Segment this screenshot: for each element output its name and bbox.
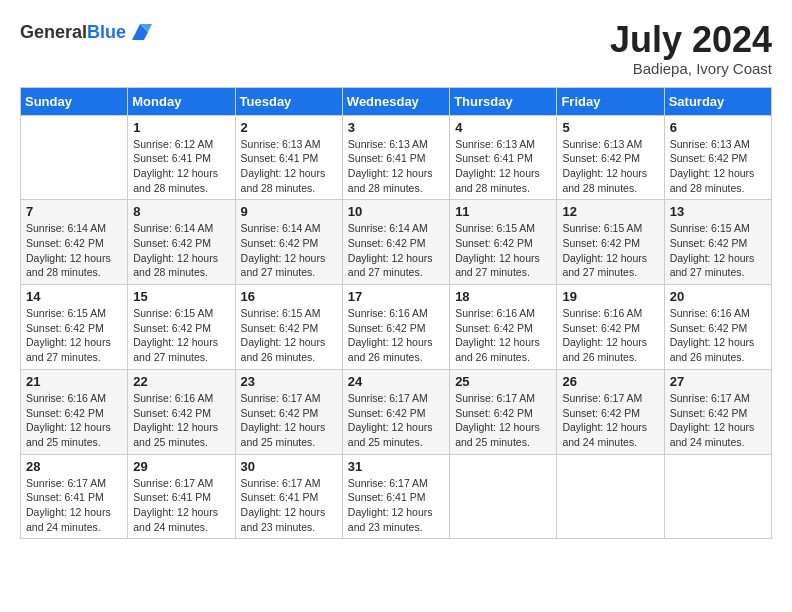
calendar-day-cell: 3Sunrise: 6:13 AMSunset: 6:41 PMDaylight… [342,115,449,200]
day-info: Sunrise: 6:16 AMSunset: 6:42 PMDaylight:… [26,391,122,450]
day-info: Sunrise: 6:13 AMSunset: 6:41 PMDaylight:… [241,137,337,196]
day-info: Sunrise: 6:16 AMSunset: 6:42 PMDaylight:… [455,306,551,365]
calendar-day-cell: 13Sunrise: 6:15 AMSunset: 6:42 PMDayligh… [664,200,771,285]
weekday-header-row: Sunday Monday Tuesday Wednesday Thursday… [21,87,772,115]
calendar-day-cell: 21Sunrise: 6:16 AMSunset: 6:42 PMDayligh… [21,369,128,454]
day-number: 1 [133,120,229,135]
day-info: Sunrise: 6:13 AMSunset: 6:42 PMDaylight:… [670,137,766,196]
calendar-day-cell: 18Sunrise: 6:16 AMSunset: 6:42 PMDayligh… [450,285,557,370]
day-number: 28 [26,459,122,474]
calendar-day-cell: 15Sunrise: 6:15 AMSunset: 6:42 PMDayligh… [128,285,235,370]
day-info: Sunrise: 6:15 AMSunset: 6:42 PMDaylight:… [241,306,337,365]
day-number: 12 [562,204,658,219]
header-monday: Monday [128,87,235,115]
day-number: 20 [670,289,766,304]
calendar-day-cell: 26Sunrise: 6:17 AMSunset: 6:42 PMDayligh… [557,369,664,454]
day-number: 17 [348,289,444,304]
day-number: 5 [562,120,658,135]
day-number: 22 [133,374,229,389]
calendar-day-cell [664,454,771,539]
day-number: 27 [670,374,766,389]
day-number: 13 [670,204,766,219]
day-info: Sunrise: 6:17 AMSunset: 6:41 PMDaylight:… [241,476,337,535]
day-number: 16 [241,289,337,304]
calendar-week-row: 7Sunrise: 6:14 AMSunset: 6:42 PMDaylight… [21,200,772,285]
calendar-day-cell: 24Sunrise: 6:17 AMSunset: 6:42 PMDayligh… [342,369,449,454]
day-number: 29 [133,459,229,474]
day-info: Sunrise: 6:14 AMSunset: 6:42 PMDaylight:… [348,221,444,280]
calendar-day-cell: 31Sunrise: 6:17 AMSunset: 6:41 PMDayligh… [342,454,449,539]
calendar-day-cell: 19Sunrise: 6:16 AMSunset: 6:42 PMDayligh… [557,285,664,370]
day-number: 26 [562,374,658,389]
calendar-day-cell: 2Sunrise: 6:13 AMSunset: 6:41 PMDaylight… [235,115,342,200]
day-info: Sunrise: 6:16 AMSunset: 6:42 PMDaylight:… [670,306,766,365]
calendar-day-cell: 23Sunrise: 6:17 AMSunset: 6:42 PMDayligh… [235,369,342,454]
location-subtitle: Badiepa, Ivory Coast [610,60,772,77]
day-info: Sunrise: 6:15 AMSunset: 6:42 PMDaylight:… [455,221,551,280]
day-info: Sunrise: 6:14 AMSunset: 6:42 PMDaylight:… [241,221,337,280]
header-tuesday: Tuesday [235,87,342,115]
day-info: Sunrise: 6:17 AMSunset: 6:42 PMDaylight:… [455,391,551,450]
calendar-day-cell: 7Sunrise: 6:14 AMSunset: 6:42 PMDaylight… [21,200,128,285]
calendar-day-cell: 1Sunrise: 6:12 AMSunset: 6:41 PMDaylight… [128,115,235,200]
calendar-day-cell: 8Sunrise: 6:14 AMSunset: 6:42 PMDaylight… [128,200,235,285]
day-number: 25 [455,374,551,389]
calendar-day-cell: 4Sunrise: 6:13 AMSunset: 6:41 PMDaylight… [450,115,557,200]
calendar-day-cell: 16Sunrise: 6:15 AMSunset: 6:42 PMDayligh… [235,285,342,370]
day-number: 14 [26,289,122,304]
calendar-day-cell: 10Sunrise: 6:14 AMSunset: 6:42 PMDayligh… [342,200,449,285]
month-year-title: July 2024 [610,20,772,60]
day-info: Sunrise: 6:15 AMSunset: 6:42 PMDaylight:… [562,221,658,280]
logo: GeneralBlue [20,20,152,44]
day-info: Sunrise: 6:15 AMSunset: 6:42 PMDaylight:… [133,306,229,365]
header-sunday: Sunday [21,87,128,115]
day-number: 21 [26,374,122,389]
day-number: 8 [133,204,229,219]
day-number: 6 [670,120,766,135]
day-info: Sunrise: 6:14 AMSunset: 6:42 PMDaylight:… [133,221,229,280]
calendar-week-row: 14Sunrise: 6:15 AMSunset: 6:42 PMDayligh… [21,285,772,370]
header-friday: Friday [557,87,664,115]
day-info: Sunrise: 6:17 AMSunset: 6:42 PMDaylight:… [562,391,658,450]
day-info: Sunrise: 6:16 AMSunset: 6:42 PMDaylight:… [562,306,658,365]
calendar-week-row: 21Sunrise: 6:16 AMSunset: 6:42 PMDayligh… [21,369,772,454]
calendar-day-cell [21,115,128,200]
day-info: Sunrise: 6:17 AMSunset: 6:42 PMDaylight:… [348,391,444,450]
day-info: Sunrise: 6:13 AMSunset: 6:41 PMDaylight:… [455,137,551,196]
calendar-body: 1Sunrise: 6:12 AMSunset: 6:41 PMDaylight… [21,115,772,539]
calendar-header: Sunday Monday Tuesday Wednesday Thursday… [21,87,772,115]
day-info: Sunrise: 6:13 AMSunset: 6:42 PMDaylight:… [562,137,658,196]
day-info: Sunrise: 6:16 AMSunset: 6:42 PMDaylight:… [133,391,229,450]
day-info: Sunrise: 6:17 AMSunset: 6:42 PMDaylight:… [670,391,766,450]
logo-icon [128,20,152,44]
day-number: 23 [241,374,337,389]
day-number: 19 [562,289,658,304]
day-info: Sunrise: 6:13 AMSunset: 6:41 PMDaylight:… [348,137,444,196]
header-thursday: Thursday [450,87,557,115]
calendar-day-cell: 9Sunrise: 6:14 AMSunset: 6:42 PMDaylight… [235,200,342,285]
calendar-day-cell: 12Sunrise: 6:15 AMSunset: 6:42 PMDayligh… [557,200,664,285]
day-number: 30 [241,459,337,474]
calendar-day-cell: 6Sunrise: 6:13 AMSunset: 6:42 PMDaylight… [664,115,771,200]
calendar-day-cell: 11Sunrise: 6:15 AMSunset: 6:42 PMDayligh… [450,200,557,285]
calendar-day-cell: 20Sunrise: 6:16 AMSunset: 6:42 PMDayligh… [664,285,771,370]
calendar-day-cell: 27Sunrise: 6:17 AMSunset: 6:42 PMDayligh… [664,369,771,454]
day-info: Sunrise: 6:16 AMSunset: 6:42 PMDaylight:… [348,306,444,365]
day-info: Sunrise: 6:17 AMSunset: 6:41 PMDaylight:… [133,476,229,535]
day-number: 9 [241,204,337,219]
day-number: 7 [26,204,122,219]
day-number: 2 [241,120,337,135]
calendar-day-cell [450,454,557,539]
day-info: Sunrise: 6:14 AMSunset: 6:42 PMDaylight:… [26,221,122,280]
day-info: Sunrise: 6:17 AMSunset: 6:41 PMDaylight:… [26,476,122,535]
calendar-day-cell [557,454,664,539]
calendar-day-cell: 14Sunrise: 6:15 AMSunset: 6:42 PMDayligh… [21,285,128,370]
day-info: Sunrise: 6:17 AMSunset: 6:41 PMDaylight:… [348,476,444,535]
day-number: 24 [348,374,444,389]
calendar-day-cell: 28Sunrise: 6:17 AMSunset: 6:41 PMDayligh… [21,454,128,539]
title-section: July 2024 Badiepa, Ivory Coast [610,20,772,77]
calendar-day-cell: 17Sunrise: 6:16 AMSunset: 6:42 PMDayligh… [342,285,449,370]
day-info: Sunrise: 6:15 AMSunset: 6:42 PMDaylight:… [670,221,766,280]
day-number: 3 [348,120,444,135]
header-saturday: Saturday [664,87,771,115]
